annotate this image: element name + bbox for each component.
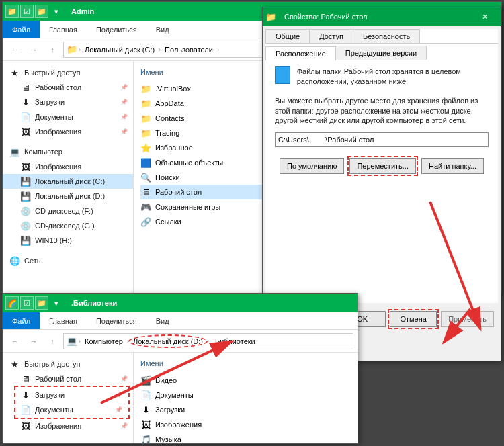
ribbon-tabs: Файл Главная Поделиться Вид — [3, 312, 358, 330]
tree-desktop[interactable]: 🖥Рабочий стол — [3, 371, 133, 386]
desktop-icon: 🖥 — [140, 187, 151, 197]
crumb[interactable]: Пользователи — [162, 46, 216, 54]
tree-documents[interactable]: 📄Документы — [3, 109, 133, 124]
folder-icon: 📁 — [5, 5, 19, 18]
tree-downloads[interactable]: ⬇Загрузки — [16, 388, 128, 402]
view-tab[interactable]: Вид — [146, 21, 179, 38]
folder-icon: 📁 — [140, 98, 151, 109]
list-item[interactable]: 🎵Музыка — [140, 432, 351, 446]
file-tab[interactable]: Файл — [3, 312, 40, 329]
nav-tree: ★Быстрый доступ 🖥Рабочий стол ⬇Загрузки … — [3, 353, 134, 443]
crumb[interactable]: Компьютер — [82, 337, 126, 345]
forward-button[interactable]: → — [26, 42, 42, 58]
crumb[interactable]: .Библиотеки — [210, 337, 258, 345]
drive-icon: 💾 — [20, 176, 31, 187]
drive-icon: 💾 — [20, 191, 31, 202]
list-item[interactable]: 🎬Видео — [140, 373, 351, 388]
up-button[interactable]: ↑ — [44, 333, 60, 349]
tree-drive-d[interactable]: 💾Локальный диск (D:) — [3, 189, 133, 204]
column-header[interactable]: Имени — [140, 359, 351, 367]
tree-pictures[interactable]: 🖼Изображения — [3, 418, 133, 433]
restore-default-button[interactable]: По умолчанию — [280, 158, 344, 174]
computer-icon: 💻 — [9, 146, 20, 157]
tab-row-1: Общие Доступ Безопасность — [265, 29, 498, 44]
tab-sharing[interactable]: Доступ — [309, 29, 353, 43]
explorer-window-2: 🌈 ☑ 📁 ▾ .Библиотеки Файл Главная Поделит… — [2, 293, 358, 444]
home-tab[interactable]: Главная — [40, 21, 87, 38]
dialog-title: Свойства: Рабочий стол — [284, 13, 367, 21]
tree-cd-g[interactable]: 💿CD-дисковод (G:) — [3, 218, 133, 233]
desktop-icon: 🖥 — [20, 82, 31, 93]
tab-security[interactable]: Безопасность — [353, 29, 420, 43]
picture-icon: 🖼 — [20, 126, 31, 137]
tree-win10[interactable]: 💾WIN10 (H:) — [3, 233, 133, 248]
title-bar[interactable]: 🌈 ☑ 📁 ▾ .Библиотеки — [3, 294, 358, 312]
tree-item[interactable]: 🖼Изображения — [3, 159, 133, 174]
close-button[interactable]: ✕ — [471, 7, 498, 26]
cancel-button[interactable]: Отмена — [390, 311, 437, 327]
tree-documents[interactable]: 📄Документы — [16, 402, 128, 417]
picture-icon: 🖼 — [20, 161, 31, 172]
cd-icon: 💿 — [20, 206, 31, 216]
qat-btn[interactable]: ☑ — [20, 296, 34, 310]
path-input[interactable] — [275, 132, 489, 147]
view-tab[interactable]: Вид — [146, 312, 179, 329]
tree-cd-f[interactable]: 💿CD-дисковод (F:) — [3, 204, 133, 218]
qat-expand[interactable]: ▾ — [50, 5, 63, 18]
app-icon: 🌈 — [5, 296, 19, 310]
up-button[interactable]: ↑ — [44, 42, 60, 58]
forward-button[interactable]: → — [26, 333, 42, 349]
home-tab[interactable]: Главная — [40, 312, 87, 329]
picture-icon: 🖼 — [20, 420, 31, 431]
tree-computer[interactable]: 💻Компьютер — [3, 144, 133, 159]
window-title: .Библиотеки — [71, 299, 117, 307]
crumb[interactable]: Локальный диск (C:) — [82, 46, 157, 54]
download-icon: ⬇ — [20, 97, 31, 107]
document-icon: 📄 — [20, 112, 31, 122]
back-button[interactable]: ← — [7, 333, 23, 349]
share-tab[interactable]: Поделиться — [87, 312, 146, 329]
folder-icon: 📁 — [140, 128, 151, 138]
tab-location[interactable]: Расположение — [265, 46, 336, 60]
info-text-2: Вы можете выбрать другое место для хране… — [275, 96, 489, 126]
qat-btn[interactable]: 📁 — [35, 5, 48, 18]
music-icon: 🎵 — [140, 434, 151, 445]
quick-access[interactable]: ★Быстрый доступ — [3, 65, 133, 80]
move-button[interactable]: Переместить... — [349, 158, 416, 174]
apply-button[interactable]: Применить — [441, 311, 494, 327]
list-item[interactable]: 🖼Изображения — [140, 417, 351, 432]
qat-btn[interactable]: ☑ — [20, 5, 34, 18]
dialog-title-bar[interactable]: 📁 Свойства: Рабочий стол ✕ — [263, 7, 501, 26]
tab-previous[interactable]: Предыдущие версии — [335, 46, 427, 60]
cube-icon: 🟦 — [140, 157, 151, 168]
video-icon: 🎬 — [140, 375, 151, 386]
drive-icon: 💾 — [20, 235, 31, 246]
game-icon: 🎮 — [140, 202, 151, 212]
crumb-drive-d[interactable]: Локальный диск (D:) — [130, 337, 206, 346]
tree-desktop[interactable]: 🖥Рабочий стол — [3, 80, 133, 95]
file-tab[interactable]: Файл — [3, 21, 40, 38]
computer-icon: 💻 — [67, 336, 77, 347]
share-tab[interactable]: Поделиться — [87, 21, 146, 38]
folder-icon: 📁 — [140, 83, 151, 94]
find-target-button[interactable]: Найти папку... — [421, 158, 484, 174]
tree-pictures[interactable]: 🖼Изображения — [3, 124, 133, 139]
tree-downloads[interactable]: ⬇Загрузки — [3, 95, 133, 109]
tree-network[interactable]: 🌐Сеть — [3, 253, 133, 268]
download-icon: ⬇ — [140, 404, 151, 415]
list-item[interactable]: 📄Документы — [140, 388, 351, 402]
back-button[interactable]: ← — [7, 42, 23, 58]
tab-general[interactable]: Общие — [265, 29, 310, 43]
quick-access[interactable]: ★Быстрый доступ — [3, 357, 133, 371]
folder-icon: 📁 — [140, 113, 151, 124]
search-icon: 🔍 — [140, 172, 151, 183]
tab-row-2: Расположение Предыдущие версии — [265, 44, 498, 60]
qat-expand[interactable]: ▾ — [50, 296, 63, 310]
file-list: Имени 🎬Видео 📄Документы ⬇Загрузки 🖼Изобр… — [134, 353, 358, 443]
breadcrumb[interactable]: 💻 › Компьютер › Локальный диск (D:) › .Б… — [63, 333, 353, 349]
star-icon: ★ — [9, 67, 20, 78]
qat-btn[interactable]: 📁 — [35, 296, 48, 310]
list-item[interactable]: ⬇Загрузки — [140, 402, 351, 417]
tree-drive-c[interactable]: 💾Локальный диск (C:) — [3, 174, 133, 189]
document-icon: 📄 — [140, 390, 151, 400]
